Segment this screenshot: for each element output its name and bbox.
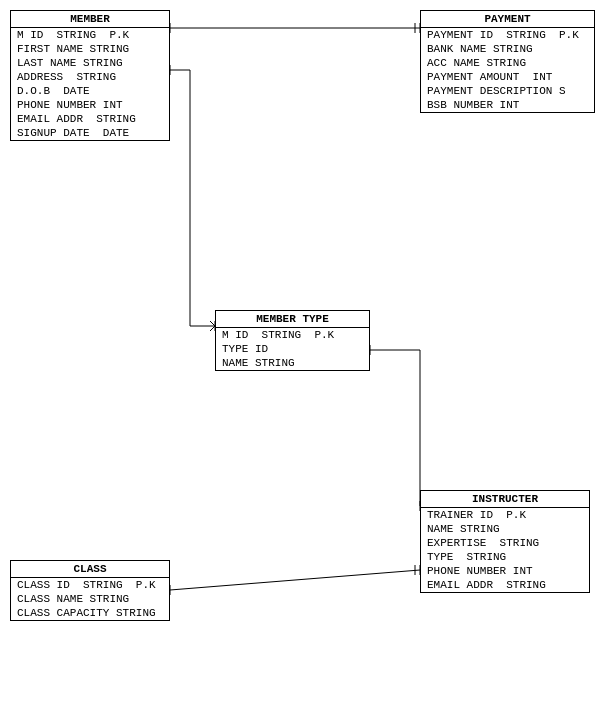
payment-row-1: PAYMENT ID STRING P.K xyxy=(421,28,594,42)
member-row-1: M ID STRING P.K xyxy=(11,28,169,42)
instructer-row-2: NAME STRING xyxy=(421,522,589,536)
member-row-2: FIRST NAME STRING xyxy=(11,42,169,56)
payment-row-6: BSB NUMBER INT xyxy=(421,98,594,112)
instructer-row-5: PHONE NUMBER INT xyxy=(421,564,589,578)
entity-class: CLASS CLASS ID STRING P.K CLASS NAME STR… xyxy=(10,560,170,621)
entity-member-type: MEMBER TYPE M ID STRING P.K TYPE ID NAME… xyxy=(215,310,370,371)
instructer-title: INSTRUCTER xyxy=(421,491,589,508)
payment-row-5: PAYMENT DESCRIPTION S xyxy=(421,84,594,98)
svg-line-15 xyxy=(170,570,420,590)
instructer-row-1: TRAINER ID P.K xyxy=(421,508,589,522)
entity-payment: PAYMENT PAYMENT ID STRING P.K BANK NAME … xyxy=(420,10,595,113)
entity-instructer: INSTRUCTER TRAINER ID P.K NAME STRING EX… xyxy=(420,490,590,593)
payment-row-2: BANK NAME STRING xyxy=(421,42,594,56)
member-row-4: ADDRESS STRING xyxy=(11,70,169,84)
class-row-1: CLASS ID STRING P.K xyxy=(11,578,169,592)
payment-row-3: ACC NAME STRING xyxy=(421,56,594,70)
erd-diagram: MEMBER M ID STRING P.K FIRST NAME STRING… xyxy=(0,0,601,704)
member-type-row-3: NAME STRING xyxy=(216,356,369,370)
member-title: MEMBER xyxy=(11,11,169,28)
instructer-row-4: TYPE STRING xyxy=(421,550,589,564)
member-row-3: LAST NAME STRING xyxy=(11,56,169,70)
entity-member: MEMBER M ID STRING P.K FIRST NAME STRING… xyxy=(10,10,170,141)
instructer-row-3: EXPERTISE STRING xyxy=(421,536,589,550)
member-row-8: SIGNUP DATE DATE xyxy=(11,126,169,140)
member-type-row-1: M ID STRING P.K xyxy=(216,328,369,342)
instructer-row-6: EMAIL ADDR STRING xyxy=(421,578,589,592)
class-row-3: CLASS CAPACITY STRING xyxy=(11,606,169,620)
member-row-6: PHONE NUMBER INT xyxy=(11,98,169,112)
member-type-row-2: TYPE ID xyxy=(216,342,369,356)
member-type-title: MEMBER TYPE xyxy=(216,311,369,328)
class-title: CLASS xyxy=(11,561,169,578)
class-row-2: CLASS NAME STRING xyxy=(11,592,169,606)
payment-title: PAYMENT xyxy=(421,11,594,28)
payment-row-4: PAYMENT AMOUNT INT xyxy=(421,70,594,84)
member-row-7: EMAIL ADDR STRING xyxy=(11,112,169,126)
member-row-5: D.O.B DATE xyxy=(11,84,169,98)
